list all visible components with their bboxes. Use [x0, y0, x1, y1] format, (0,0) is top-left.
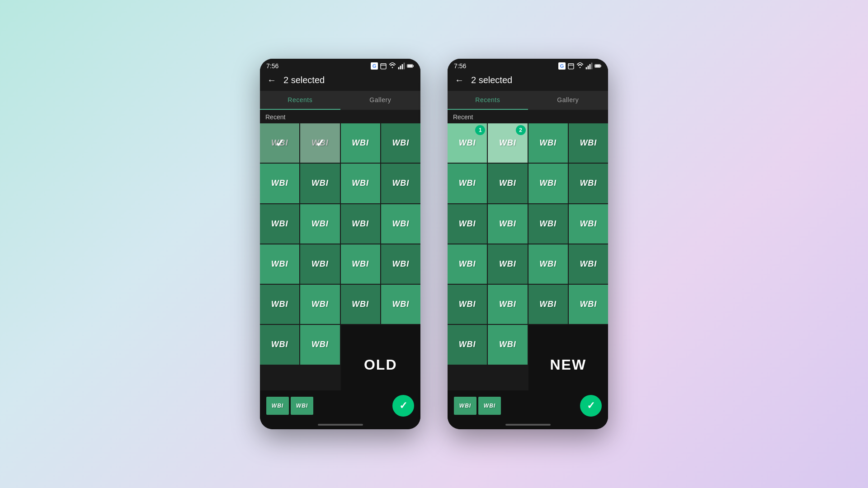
- phone-right: 7:56 G ← 2 selected Recents Gallery Rece…: [448, 59, 608, 429]
- wbi-label: WBI: [392, 300, 409, 309]
- grid-cell-right-4[interactable]: WBI: [448, 164, 487, 203]
- wbi-label: WBI: [311, 178, 329, 188]
- thumb-right-0[interactable]: WBI: [454, 397, 476, 415]
- grid-cell-right-6[interactable]: WBI: [528, 164, 568, 203]
- grid-cell-right-5[interactable]: WBI: [488, 164, 527, 203]
- grid-cell-left-19[interactable]: WBI: [381, 285, 420, 324]
- home-indicator-right: [448, 421, 608, 429]
- bottom-bar-left: WBI WBI ✓: [260, 390, 420, 421]
- signal-icon-left: [398, 62, 405, 70]
- grid-cell-left-14[interactable]: WBI: [341, 244, 380, 284]
- grid-cell-right-3[interactable]: WBI: [569, 123, 608, 163]
- wbi-label: WBI: [271, 259, 288, 269]
- grid-cell-right-19[interactable]: WBI: [569, 285, 608, 324]
- calendar-icon-left: [380, 62, 387, 70]
- grid-cell-right-20[interactable]: WBI: [448, 325, 487, 364]
- wbi-label: WBI: [459, 138, 476, 148]
- grid-cell-right-14[interactable]: WBI: [528, 244, 568, 284]
- tabs-left: Recents Gallery: [260, 91, 420, 110]
- thumb-left-0[interactable]: WBI: [266, 397, 289, 415]
- grid-cell-right-13[interactable]: WBI: [488, 244, 527, 284]
- grid-cell-left-17[interactable]: WBI: [300, 285, 340, 324]
- toolbar-title-left: 2 selected: [283, 75, 325, 85]
- wbi-label: WBI: [311, 219, 329, 229]
- grid-cell-left-10[interactable]: WBI: [341, 204, 380, 244]
- grid-cell-left-16[interactable]: WBI: [260, 285, 299, 324]
- badge-1: 1: [475, 125, 485, 135]
- grid-cell-left-4[interactable]: WBI: [260, 164, 299, 203]
- wbi-label: WBI: [499, 178, 516, 188]
- grid-cell-right-21[interactable]: WBI: [488, 325, 527, 364]
- wbi-label: WBI: [539, 259, 557, 269]
- grid-cell-left-15[interactable]: WBI: [381, 244, 420, 284]
- grid-cell-right-7[interactable]: WBI: [569, 164, 608, 203]
- back-button-right[interactable]: ←: [455, 75, 464, 85]
- wbi-label: WBI: [271, 178, 288, 188]
- content-left: Recent WBI WBI WBI WBI WBI WBI: [260, 110, 420, 390]
- grid-cell-left-20[interactable]: WBI: [260, 325, 299, 364]
- photo-grid-left: WBI WBI WBI WBI WBI WBI WBI: [260, 123, 420, 390]
- grid-cell-left-7[interactable]: WBI: [381, 164, 420, 203]
- status-bar-right: 7:56 G: [448, 59, 608, 71]
- svg-rect-3: [400, 66, 401, 69]
- svg-rect-8: [407, 65, 412, 67]
- confirm-button-left[interactable]: ✓: [392, 395, 414, 417]
- grid-cell-right-18[interactable]: WBI: [528, 285, 568, 324]
- thumb-label: WBI: [484, 403, 495, 409]
- calendar-icon-right: [567, 62, 575, 70]
- grid-cell-right-0[interactable]: WBI 1: [448, 123, 487, 163]
- tab-recents-right[interactable]: Recents: [448, 91, 528, 110]
- google-icon-right: G: [558, 62, 566, 70]
- grid-cell-right-16[interactable]: WBI: [448, 285, 487, 324]
- grid-cell-left-6[interactable]: WBI: [341, 164, 380, 203]
- grid-cell-right-1[interactable]: WBI 2: [488, 123, 527, 163]
- content-right: Recent WBI 1 WBI 2 WBI WBI WBI WBI: [448, 110, 608, 390]
- battery-icon-right: [594, 62, 602, 70]
- grid-cell-left-3[interactable]: WBI: [381, 123, 420, 163]
- confirm-button-right[interactable]: ✓: [580, 395, 602, 417]
- thumb-right-1[interactable]: WBI: [478, 397, 501, 415]
- wbi-label: WBI: [392, 259, 409, 269]
- grid-cell-old-label: OLD: [341, 325, 421, 390]
- grid-cell-right-15[interactable]: WBI: [569, 244, 608, 284]
- bottom-bar-right: WBI WBI ✓: [448, 390, 608, 421]
- grid-cell-left-0[interactable]: WBI: [260, 123, 299, 163]
- photo-grid-right: WBI 1 WBI 2 WBI WBI WBI WBI WBI: [448, 123, 608, 390]
- grid-cell-right-12[interactable]: WBI: [448, 244, 487, 284]
- grid-cell-right-9[interactable]: WBI: [488, 204, 527, 244]
- grid-cell-left-2[interactable]: WBI: [341, 123, 380, 163]
- svg-rect-14: [591, 63, 593, 70]
- home-indicator-left: [260, 421, 420, 429]
- tabs-right: Recents Gallery: [448, 91, 608, 110]
- wbi-label: WBI: [311, 259, 329, 269]
- wbi-label: WBI: [580, 300, 597, 309]
- grid-cell-left-9[interactable]: WBI: [300, 204, 340, 244]
- grid-cell-left-5[interactable]: WBI: [300, 164, 340, 203]
- grid-cell-left-12[interactable]: WBI: [260, 244, 299, 284]
- grid-cell-right-11[interactable]: WBI: [569, 204, 608, 244]
- grid-cell-left-21[interactable]: WBI: [300, 325, 340, 364]
- wbi-label: WBI: [271, 219, 288, 229]
- grid-cell-right-17[interactable]: WBI: [488, 285, 527, 324]
- grid-cell-left-8[interactable]: WBI: [260, 204, 299, 244]
- status-time-left: 7:56: [266, 62, 278, 70]
- thumb-left-1[interactable]: WBI: [291, 397, 313, 415]
- tab-gallery-left[interactable]: Gallery: [340, 91, 421, 110]
- grid-cell-right-2[interactable]: WBI: [528, 123, 568, 163]
- wbi-label: WBI: [392, 178, 409, 188]
- wbi-label: WBI: [580, 219, 597, 229]
- wbi-label: WBI: [499, 259, 516, 269]
- grid-cell-left-11[interactable]: WBI: [381, 204, 420, 244]
- wbi-label: WBI: [539, 178, 557, 188]
- tab-recents-left[interactable]: Recents: [260, 91, 340, 110]
- battery-icon-left: [407, 62, 414, 70]
- wbi-label: WBI: [352, 300, 369, 309]
- grid-cell-right-8[interactable]: WBI: [448, 204, 487, 244]
- wbi-label: WBI: [311, 340, 329, 349]
- grid-cell-left-18[interactable]: WBI: [341, 285, 380, 324]
- tab-gallery-right[interactable]: Gallery: [528, 91, 609, 110]
- grid-cell-left-13[interactable]: WBI: [300, 244, 340, 284]
- grid-cell-left-1[interactable]: WBI: [300, 123, 340, 163]
- grid-cell-right-10[interactable]: WBI: [528, 204, 568, 244]
- back-button-left[interactable]: ←: [267, 75, 276, 85]
